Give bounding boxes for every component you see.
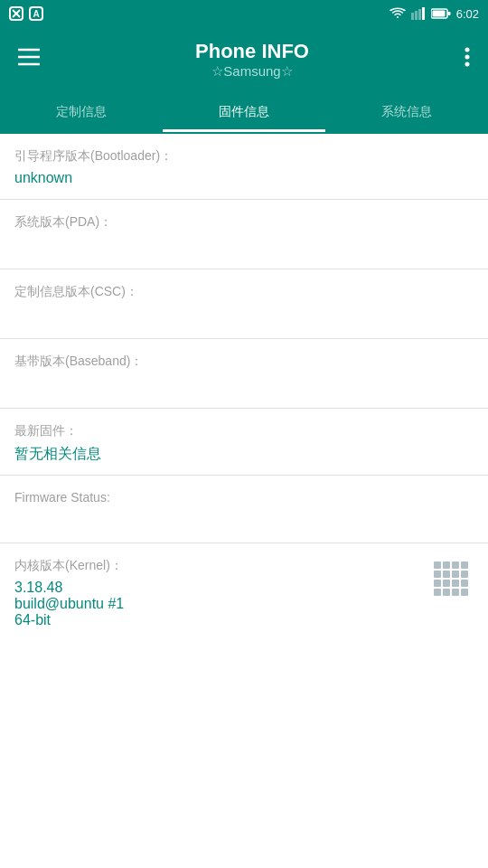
svg-rect-26 — [434, 580, 441, 587]
svg-rect-21 — [461, 561, 468, 569]
kernel-left: 内核版本(Kernel)： 3.18.48 build@ubuntu #1 64… — [14, 558, 430, 628]
kernel-label: 内核版本(Kernel)： — [14, 558, 430, 574]
svg-rect-27 — [443, 580, 450, 587]
csc-section: 定制信息版本(CSC)： — [0, 269, 488, 339]
svg-text:A: A — [33, 9, 39, 19]
svg-rect-5 — [411, 13, 414, 20]
pda-label: 系统版本(PDA)： — [14, 214, 474, 231]
wifi-icon — [389, 7, 406, 20]
app-title-section: Phone INFO ☆Samsung☆ — [47, 40, 457, 80]
svg-rect-22 — [434, 571, 441, 578]
svg-rect-24 — [452, 571, 459, 578]
signal-icon — [411, 7, 426, 20]
svg-rect-28 — [452, 580, 459, 587]
firmware-status-value — [14, 510, 474, 532]
a-icon: A — [29, 6, 43, 21]
csc-label: 定制信息版本(CSC)： — [14, 284, 474, 300]
kernel-grid-icon — [430, 558, 474, 601]
svg-rect-19 — [443, 561, 450, 569]
pda-value — [14, 236, 474, 258]
svg-rect-30 — [434, 589, 441, 596]
menu-button[interactable] — [11, 41, 47, 79]
svg-rect-10 — [432, 11, 445, 17]
more-options-button[interactable] — [457, 40, 477, 80]
svg-point-16 — [465, 55, 470, 60]
content-area: 引导程序版本(Bootloader)： unknown 系统版本(PDA)： 定… — [0, 134, 488, 868]
tab-bar: 定制信息 固件信息 系统信息 — [0, 92, 488, 134]
svg-point-17 — [465, 62, 470, 67]
svg-rect-7 — [418, 9, 421, 20]
tab-firmware-info[interactable]: 固件信息 — [163, 92, 325, 132]
status-bar-right: 6:02 — [389, 7, 479, 21]
svg-point-15 — [465, 48, 470, 52]
svg-rect-6 — [415, 11, 418, 20]
baseband-value — [14, 375, 474, 397]
app-subtitle: ☆Samsung☆ — [211, 63, 292, 80]
firmware-status-section: Firmware Status: — [0, 476, 488, 543]
latest-firmware-value: 暂无相关信息 — [14, 445, 474, 464]
bootloader-label: 引导程序版本(Bootloader)： — [14, 148, 474, 165]
tab-system-info[interactable]: 系统信息 — [325, 92, 488, 132]
svg-rect-29 — [461, 580, 468, 587]
latest-firmware-section: 最新固件： 暂无相关信息 — [0, 409, 488, 476]
svg-rect-32 — [452, 589, 459, 596]
kernel-value: 3.18.48 build@ubuntu #1 64-bit — [14, 580, 430, 628]
svg-rect-11 — [447, 12, 450, 15]
baseband-section: 基带版本(Baseband)： — [0, 339, 488, 409]
svg-rect-18 — [434, 561, 441, 569]
tab-custom-info[interactable]: 定制信息 — [0, 92, 163, 132]
app-title: Phone INFO — [195, 40, 309, 63]
time: 6:02 — [456, 7, 479, 21]
svg-rect-31 — [443, 589, 450, 596]
pda-section: 系统版本(PDA)： — [0, 200, 488, 269]
kernel-section: 内核版本(Kernel)： 3.18.48 build@ubuntu #1 64… — [0, 543, 488, 639]
app-bar: Phone INFO ☆Samsung☆ — [0, 27, 488, 92]
svg-rect-23 — [443, 571, 450, 578]
status-bar: A 6:02 — [0, 0, 488, 27]
firmware-status-label: Firmware Status: — [14, 490, 474, 505]
x-icon — [9, 6, 23, 21]
svg-rect-33 — [461, 589, 468, 596]
svg-rect-25 — [461, 571, 468, 578]
latest-firmware-label: 最新固件： — [14, 423, 474, 439]
svg-rect-20 — [452, 561, 459, 569]
bootloader-section: 引导程序版本(Bootloader)： unknown — [0, 134, 488, 200]
svg-rect-8 — [422, 7, 425, 20]
status-bar-left: A — [9, 6, 43, 21]
csc-value — [14, 306, 474, 327]
baseband-label: 基带版本(Baseband)： — [14, 354, 474, 370]
battery-icon — [431, 8, 451, 19]
bootloader-value: unknown — [14, 170, 474, 188]
